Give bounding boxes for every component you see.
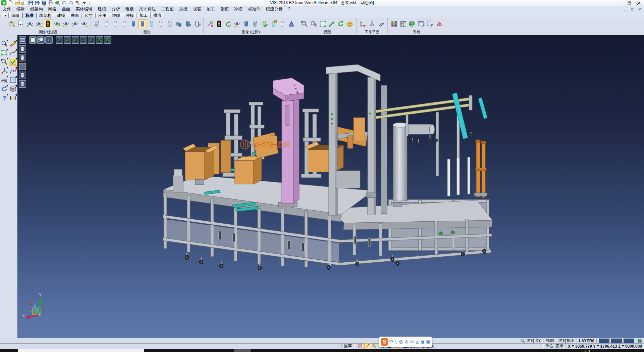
eye-plus-icon[interactable]: + [71,19,79,28]
traffic-light-icon[interactable] [215,19,223,28]
ime-item-smiley-blue[interactable] [399,339,404,345]
ime-item-中[interactable]: 中 [389,339,393,345]
menu-item-14[interactable]: 加工 [204,6,218,12]
tab-尺寸[interactable]: 尺寸 [82,13,96,18]
menu-item-19[interactable]: ? [285,6,293,12]
tab-线架构[interactable]: 线架构 [37,13,54,18]
visi-logo-icon[interactable]: V [1,0,7,6]
dropdown-caret[interactable] [7,85,8,87]
restore-button[interactable] [625,0,634,6]
menu-item-2[interactable]: 编辑 [14,6,28,12]
redo-icon[interactable] [68,0,74,6]
eye-minus-icon[interactable] [80,19,89,28]
lock-label[interactable]: 拴牢 [344,343,352,349]
minimize-button[interactable] [615,0,625,6]
cyl-outline-icon[interactable] [120,19,129,28]
menu-item-18[interactable]: 模流分析 [263,6,285,12]
cube-front-icon[interactable] [88,36,95,44]
pencil-s-icon[interactable] [9,49,17,57]
key-icon[interactable] [372,343,378,349]
view-preset[interactable]: 绝对 XY 上视图 [526,338,554,344]
dropdown-caret[interactable] [15,85,17,87]
cyl-corner-icon[interactable] [269,19,278,28]
curve-n-icon[interactable] [9,67,17,75]
dropdown-caret[interactable] [7,76,8,78]
dropdown-caret[interactable] [7,94,8,96]
save-icon[interactable] [28,0,34,6]
cyl-cyan-icon[interactable] [147,19,156,28]
tab-塑膜[interactable]: 塑膜 [109,13,123,18]
question-icon[interactable]: ? [0,94,8,102]
eye-minus-wire-icon[interactable] [35,19,43,28]
menu-item-6[interactable]: 实体编辑 [73,6,95,12]
dropdown-caret[interactable] [15,49,17,51]
close-button[interactable] [634,0,643,6]
cyl-hatch-icon[interactable] [165,19,174,28]
ime-item-person[interactable] [415,339,420,345]
traffic-light-icon[interactable] [44,19,52,28]
menu-item-12[interactable]: 系统 [176,6,190,12]
3d-viewport-scene[interactable]: 模具联盟网 Y X Z N N [17,35,644,338]
ime-item-grid-4[interactable] [426,339,430,345]
cyl-white-icon[interactable] [156,19,165,28]
tab-曲面[interactable]: 曲面 [68,13,82,18]
wrench-pin-icon[interactable] [206,19,214,28]
tab-标准[interactable]: 标准 [22,13,37,18]
arrow-green-icon[interactable] [327,19,336,28]
tab-模流[interactable]: 模流 [151,13,164,18]
refresh-green-icon[interactable] [336,19,345,28]
recycle-icon[interactable] [224,19,232,28]
windows-taskbar[interactable]: 15:01 [0,349,644,352]
menu-item-11[interactable]: 工程图 [159,6,177,12]
save-as-icon[interactable] [35,0,40,6]
taskbar-app-segment[interactable] [18,349,144,352]
cyl-white-icon[interactable] [19,72,26,79]
axis-small-icon[interactable] [45,36,53,44]
menu-item-16[interactable]: 冲模 [231,6,245,12]
menu-list-icon[interactable] [19,36,26,44]
eye-plus-minus-icon[interactable]: +/− [62,19,70,28]
dropdown-caret[interactable] [15,58,17,60]
tab-dropdown-button[interactable] [2,13,9,18]
palette-window-icon[interactable] [399,19,408,28]
dropdown-caret[interactable] [7,67,8,69]
cube-back-icon[interactable] [96,36,103,44]
doc-eye-icon[interactable] [16,19,25,28]
caret-down-icon[interactable] [82,0,87,6]
color-swatch-2[interactable] [611,339,622,343]
zoom-cube-icon[interactable] [309,19,318,28]
window-tools-icon[interactable] [417,19,426,28]
doc-restore-button[interactable] [629,7,635,11]
tab-应用[interactable]: 应用 [96,13,109,18]
smiley-icon[interactable] [345,19,354,28]
print-icon[interactable] [48,0,54,6]
menu-item-13[interactable]: 视窗 [190,6,204,12]
frame-dots-icon[interactable] [318,19,327,28]
window-grid-icon[interactable] [9,76,17,84]
cyl-outline-icon[interactable] [19,54,26,61]
cyl-stripe-icon[interactable] [251,19,260,28]
sidebar-grip[interactable] [1,36,16,38]
cyl-hatch-icon[interactable] [19,80,26,88]
zoom-plus-minus-icon[interactable]: ± [300,19,309,28]
dropdown-caret[interactable] [15,94,17,96]
save-all-icon[interactable] [41,0,47,6]
color-swatch-3[interactable] [624,339,634,343]
cyl-refresh-icon[interactable] [93,19,102,28]
eye-plus-wire-icon[interactable]: + [25,19,34,28]
cone-icon[interactable] [287,19,296,28]
dropdown-caret[interactable] [15,67,17,69]
cyl-arrow-icon[interactable] [183,19,192,28]
menu-item-7[interactable]: 建模 [95,6,109,12]
axis-plane-icon[interactable] [368,19,376,28]
red-grid-icon[interactable] [435,19,444,28]
tab-建模[interactable]: 建模 [54,13,68,18]
globe-icon[interactable] [637,338,643,344]
open-folder-icon[interactable] [14,0,20,6]
menu-item-1[interactable]: 文件 [0,6,14,12]
frame-dots-icon[interactable] [29,36,37,44]
globe-tools-icon[interactable] [408,19,417,28]
cube-iso-icon[interactable] [104,36,111,44]
ime-item-mic[interactable] [404,339,409,345]
cyl-stack-icon[interactable] [174,19,183,28]
